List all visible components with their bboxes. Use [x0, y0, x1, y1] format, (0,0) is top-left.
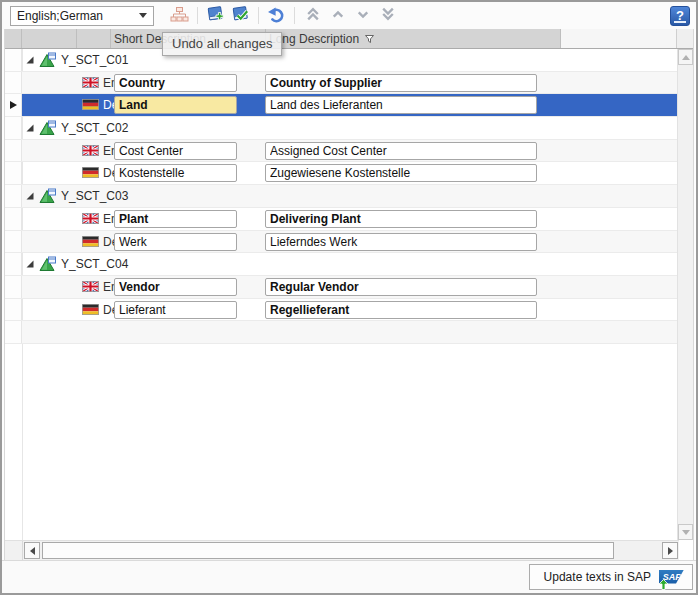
row-marker-cell [5, 94, 22, 116]
tree-expander-icon[interactable] [25, 191, 35, 201]
row-marker-cell [5, 253, 22, 275]
horizontal-scroll-thumb[interactable] [42, 542, 614, 559]
chevron-down-icon [139, 13, 147, 18]
object-type-icon [39, 256, 56, 272]
row-marker-cell [5, 140, 22, 162]
tree-expander-icon[interactable] [25, 123, 35, 133]
grid-header: Short Description Long Description [5, 29, 693, 49]
group-label: Y_SCT_C02 [61, 121, 128, 135]
group-label: Y_SCT_C04 [61, 257, 128, 271]
translation-row[interactable]: De [5, 299, 677, 322]
language-selector-value: English;German [17, 9, 103, 23]
short-description-input[interactable] [114, 278, 237, 296]
tree-expander-icon[interactable] [25, 55, 35, 65]
current-row-arrow-icon [10, 101, 17, 109]
short-description-input[interactable] [114, 164, 237, 182]
toolbar-separator [294, 7, 295, 24]
long-description-input[interactable] [265, 210, 537, 228]
short-description-input[interactable] [114, 96, 237, 114]
hierarchy-view-button[interactable] [168, 4, 191, 27]
long-description-input[interactable] [265, 233, 537, 251]
funnel-icon[interactable] [364, 34, 375, 44]
long-description-input[interactable] [265, 278, 537, 296]
undo-all-button[interactable] [265, 4, 288, 27]
translation-row[interactable]: En [5, 208, 677, 231]
long-description-input[interactable] [265, 164, 537, 182]
tooltip: Undo all changes [162, 32, 282, 56]
flag-de-icon [82, 99, 99, 110]
header-language-cell [77, 29, 111, 48]
row-marker-cell [5, 117, 22, 139]
help-button[interactable]: ? [670, 6, 690, 26]
translation-row[interactable]: En [5, 72, 677, 95]
triangle-up-icon [682, 55, 690, 60]
row-marker-cell [5, 185, 22, 207]
chevron-down-nav-icon [355, 6, 371, 25]
goto-previous-button[interactable] [326, 4, 349, 27]
long-description-input[interactable] [265, 301, 537, 319]
header-long-description-label: Long Description [269, 32, 359, 46]
scroll-right-button[interactable] [662, 542, 678, 559]
header-tree-cell [22, 29, 77, 48]
header-long-description[interactable]: Long Description [266, 29, 561, 48]
translation-row[interactable]: De [5, 94, 677, 117]
group-row[interactable]: Y_SCT_C02 [5, 117, 677, 140]
bottom-bar: Update texts in SAP SAP [2, 560, 696, 593]
flag-de-icon [82, 304, 99, 315]
object-type-icon [39, 52, 56, 68]
scroll-up-button[interactable] [678, 49, 693, 65]
header-marker-cell [5, 29, 22, 48]
row-marker-cell [5, 299, 22, 321]
scroll-down-button[interactable] [678, 524, 693, 540]
vertical-scrollbar[interactable] [677, 49, 693, 540]
translation-row[interactable]: En [5, 276, 677, 299]
hierarchy-icon [170, 6, 189, 26]
long-description-input[interactable] [265, 142, 537, 160]
long-description-input[interactable] [265, 96, 537, 114]
translation-row[interactable]: De [5, 231, 677, 254]
long-description-input[interactable] [265, 74, 537, 92]
scroll-left-button[interactable] [24, 542, 40, 559]
short-description-input[interactable] [114, 74, 237, 92]
flag-uk-icon [82, 77, 99, 88]
flag-de-icon [82, 167, 99, 178]
dictionary-apply-icon [231, 5, 251, 26]
flag-uk-icon [82, 213, 99, 224]
flag-uk-icon [82, 281, 99, 292]
header-corner [677, 29, 693, 48]
update-texts-label: Update texts in SAP [544, 570, 651, 584]
group-row[interactable]: Y_SCT_C03 [5, 185, 677, 208]
group-label: Y_SCT_C01 [61, 53, 128, 67]
language-selector[interactable]: English;German [10, 6, 154, 26]
short-description-input[interactable] [114, 301, 237, 319]
row-marker-cell [5, 162, 22, 184]
translation-editor-window: English;German [0, 0, 698, 595]
flag-de-icon [82, 236, 99, 247]
dictionary-add-button[interactable] [204, 4, 227, 27]
row-marker-cell [5, 208, 22, 230]
short-description-input[interactable] [114, 210, 237, 228]
translation-row[interactable]: En [5, 140, 677, 163]
row-marker-cell [5, 49, 22, 71]
row-marker-cell [5, 72, 22, 94]
horizontal-scrollbar[interactable] [5, 540, 679, 560]
goto-next-button[interactable] [351, 4, 374, 27]
goto-first-button[interactable] [301, 4, 324, 27]
toolbar-separator [258, 7, 259, 24]
object-type-icon [39, 120, 56, 136]
short-description-input[interactable] [114, 142, 237, 160]
object-type-icon [39, 188, 56, 204]
chevron-up-icon [330, 6, 346, 25]
triangle-left-icon [30, 547, 35, 555]
update-texts-button[interactable]: Update texts in SAP SAP [529, 564, 693, 590]
group-row[interactable]: Y_SCT_C04 [5, 253, 677, 276]
tree-expander-icon[interactable] [25, 259, 35, 269]
translation-row[interactable]: De [5, 162, 677, 185]
goto-last-button[interactable] [376, 4, 399, 27]
header-filler [561, 29, 677, 48]
group-row[interactable]: Y_SCT_C01 [5, 49, 677, 72]
toolbar-separator [197, 7, 198, 24]
dictionary-apply-button[interactable] [229, 4, 252, 27]
double-chevron-down-icon [380, 6, 396, 25]
short-description-input[interactable] [114, 233, 237, 251]
